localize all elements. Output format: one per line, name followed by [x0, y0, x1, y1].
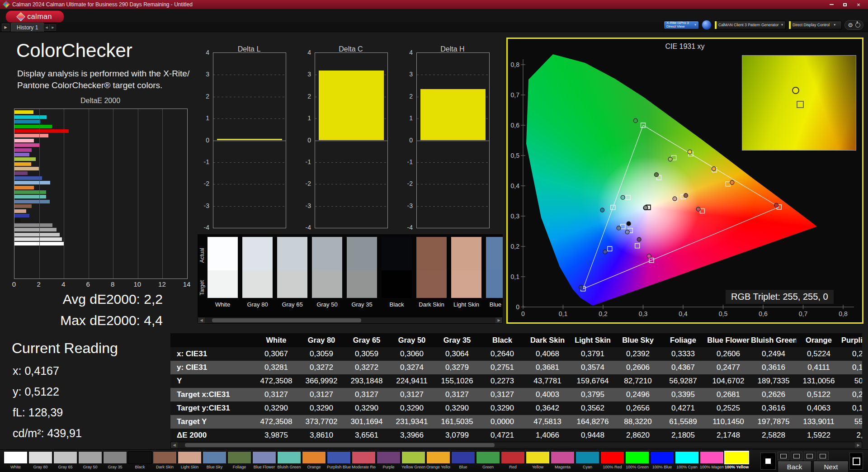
pattern-window-button[interactable]: [760, 453, 776, 470]
toolbar-patch-light-skin[interactable]: Light Skin: [178, 451, 202, 469]
table-cell: 224,9411: [389, 374, 434, 388]
toolbar-patch-red[interactable]: Red: [501, 451, 525, 469]
toolbar-patch-dark-skin[interactable]: Dark Skin: [153, 451, 177, 469]
cie-target-point-bluish-green: [626, 195, 630, 200]
toolbar-patch-orange[interactable]: Orange: [302, 451, 326, 469]
patch-comparison-blue-sky[interactable]: Blue Sky: [486, 237, 503, 309]
toolbar-patch-gray-50[interactable]: Gray 50: [78, 451, 102, 469]
cie-measured-point-purple: [637, 237, 641, 241]
avg-de2000-value: Avg dE2000: 2,2: [27, 292, 163, 307]
toolbar-patch-bluish-green[interactable]: Bluish Green: [277, 451, 301, 469]
scroll-right-icon[interactable]: ▶: [855, 442, 862, 448]
table-cell: 2,1748: [706, 429, 751, 442]
toolbar-patch-100-blue[interactable]: 100% Blue: [650, 451, 674, 469]
pattern-generator-dropdown[interactable]: CalMAN Client 3 Pattern Generator ▼: [714, 21, 786, 29]
display-option-3-icon[interactable]: [804, 452, 816, 460]
patch-color-chip: [725, 451, 749, 464]
toolbar-patch-purplish-blue[interactable]: Purplish Blue: [327, 451, 351, 469]
toolbar-patch-blue-flower[interactable]: Blue Flower: [252, 451, 276, 469]
patch-comparison-gray-35[interactable]: Gray 35: [347, 237, 377, 309]
scroll-right-icon[interactable]: ▶: [495, 317, 502, 323]
gridline: [315, 141, 387, 141]
minimize-button[interactable]: [828, 1, 835, 8]
toolbar-patch-blue[interactable]: Blue: [451, 451, 475, 469]
deltae-bar: [14, 115, 47, 119]
display-control-dropdown[interactable]: Direct Display Control ▼: [788, 21, 842, 29]
toolbar-patch-orange-yellow[interactable]: Orange Yellow: [426, 451, 450, 469]
toolbar-patch-100-red[interactable]: 100% Red: [600, 451, 624, 469]
display-option-1-icon[interactable]: [778, 452, 789, 460]
table-cell: 0,0000: [480, 415, 525, 429]
patch-comparison-dark-skin[interactable]: Dark Skin: [416, 237, 447, 309]
tab-menu-button[interactable]: ▶: [2, 24, 9, 31]
y-tick-label: 0: [195, 137, 209, 144]
toolbar-patch-100-magenta[interactable]: 100% Magenta: [700, 451, 724, 469]
next-button[interactable]: Next: [813, 461, 849, 472]
calman-menu-button[interactable]: calman: [5, 10, 64, 23]
table-cell: 1,5922: [796, 429, 841, 442]
table-cell: 0,3333: [660, 347, 706, 361]
toolbar-patch-purple[interactable]: Purple: [377, 451, 401, 469]
toolbar-patch-100-yellow[interactable]: 100% Yellow: [725, 451, 749, 469]
patch-comparison-gray-80[interactable]: Gray 80: [242, 237, 273, 309]
patch-color-chip: [700, 451, 724, 464]
toolbar-patch-black[interactable]: Black: [128, 451, 152, 469]
table-cell: 0,2606: [615, 361, 660, 374]
toolbar-patch-blue-sky[interactable]: Blue Sky: [203, 451, 226, 469]
strip-scrollbar[interactable]: ◀ ▶: [198, 317, 503, 324]
tab-scroll-left-button[interactable]: ◀: [43, 24, 50, 31]
cie-target-point-purplish-blue: [608, 246, 612, 251]
toolbar-patch-100-green[interactable]: 100% Green: [625, 451, 649, 469]
patch-comparison-gray-65[interactable]: Gray 65: [277, 237, 307, 309]
table-cell: 0,2494: [751, 347, 796, 361]
toolbar-patch-gray-35[interactable]: Gray 35: [103, 451, 127, 469]
toolbar-patch-yellow-green[interactable]: Yellow Green: [401, 451, 425, 469]
patch-comparison-black[interactable]: Black: [382, 237, 412, 309]
patch-comparison-light-skin[interactable]: Light Skin: [451, 237, 481, 309]
tab-scroll-right-button[interactable]: ▶: [50, 24, 56, 31]
scroll-left-icon[interactable]: ◀: [171, 442, 178, 448]
toolbar-patch-white[interactable]: White: [4, 451, 28, 469]
patch-comparison-white[interactable]: White: [208, 237, 238, 309]
maximize-button[interactable]: [842, 1, 848, 8]
cie-chart-panel: 0,80,70,60,50,40,30,20,1000,10,20,30,40,…: [506, 38, 863, 324]
deltae-bar: [14, 195, 46, 198]
table-cell: 0,2525: [706, 401, 751, 415]
layout-toggle-button[interactable]: [849, 453, 863, 470]
table-cell: 0,2640: [480, 347, 525, 361]
toolbar-patch-green[interactable]: Green: [476, 451, 500, 469]
toolbar-patch-100-cyan[interactable]: 100% Cyan: [675, 451, 699, 469]
y-tick-label: 2: [297, 93, 311, 100]
toolbar-patch-cyan[interactable]: Cyan: [576, 451, 599, 469]
gear-icon[interactable]: ⚙: [848, 22, 853, 28]
toolbar-patch-gray-65[interactable]: Gray 65: [53, 451, 77, 469]
gridline: [417, 141, 489, 141]
y-tick-label: 4: [195, 49, 209, 56]
toolbar-patch-magenta[interactable]: Magenta: [551, 451, 575, 469]
power-icon[interactable]: [855, 23, 860, 28]
display-option-4-icon[interactable]: [817, 452, 829, 460]
display-option-2-icon[interactable]: [791, 452, 802, 460]
table-row-target-y-cie31: Target y:CIE310,32900,32900,32900,32900,…: [170, 401, 862, 415]
deltae-bar: [14, 162, 31, 166]
y-tick-label: 1: [297, 114, 311, 122]
current-reading-fl: fL: 128,39: [13, 406, 63, 419]
table-scrollbar[interactable]: ◀ ▶: [170, 442, 862, 448]
toolbar-patch-gray-80[interactable]: Gray 80: [28, 451, 52, 469]
tab-history-1[interactable]: History 1: [11, 23, 44, 32]
meter-dropdown[interactable]: X-Rite i1Pro 3 Direct View ▼: [664, 21, 699, 29]
scroll-left-icon[interactable]: ◀: [198, 317, 205, 323]
toolbar-patch-yellow[interactable]: Yellow: [526, 451, 550, 469]
scrollbar-thumb[interactable]: [185, 443, 495, 447]
toolbar-patch-moderate-red[interactable]: Moderate Red: [352, 451, 376, 469]
scrollbar-thumb[interactable]: [212, 318, 361, 322]
column-header-blue-flower: Blue Flower: [706, 333, 751, 347]
back-button[interactable]: Back: [778, 461, 811, 472]
patch-comparison-gray-50[interactable]: Gray 50: [312, 237, 342, 309]
cie-measured-point-magenta: [647, 254, 651, 258]
table-cell: 3,0799: [434, 429, 480, 442]
deltae-bar: [14, 110, 33, 114]
toolbar-patch-foliage[interactable]: Foliage: [227, 451, 251, 469]
calman-logo-label: calman: [27, 13, 52, 21]
close-button[interactable]: ×: [855, 1, 862, 8]
